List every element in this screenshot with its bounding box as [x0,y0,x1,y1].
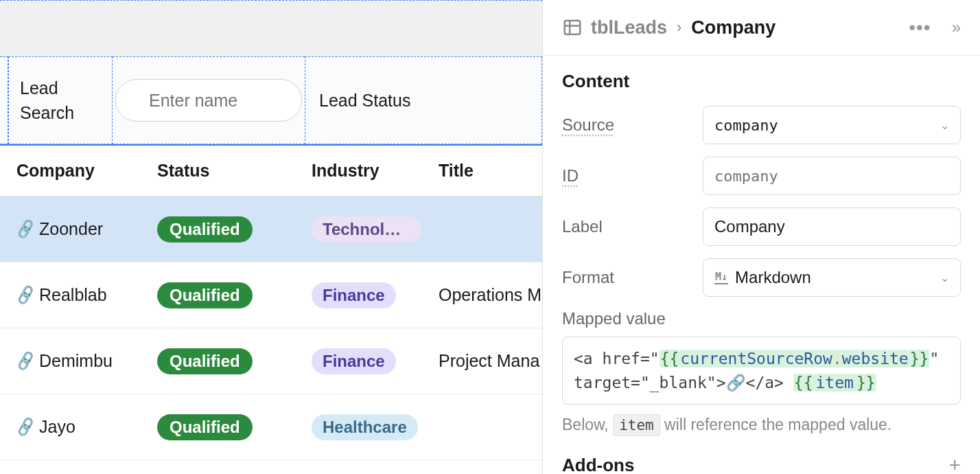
industry-badge: Finance [312,282,396,308]
breadcrumb-table[interactable]: tblLeads [591,17,667,38]
add-addon-button[interactable]: + [948,453,961,474]
lead-search-label-cell[interactable]: Lead Search [8,56,113,144]
industry-cell: Finance [312,282,439,308]
status-badge: Qualified [157,414,253,440]
link-icon: 🔗 [16,351,37,371]
lead-status-label: Lead Status [319,91,410,111]
collapse-panel-button[interactable]: » [952,18,961,37]
status-badge: Qualified [157,348,253,374]
company-name: Jayo [39,417,75,437]
markdown-icon: M↓ [714,271,728,284]
chevron-down-icon: ⌄ [940,119,949,132]
industry-badge: Technolo… [312,216,421,242]
company-name: Demimbu [39,351,113,371]
table-row[interactable]: 🔗DemimbuQualifiedFinanceProject Mana [0,328,542,394]
industry-cell: Finance [312,348,439,374]
company-cell[interactable]: 🔗Realblab [16,285,157,305]
status-cell: Qualified [157,282,312,308]
mapped-value-editor[interactable]: <a href="{{currentSourceRow.website}}" t… [562,337,961,405]
status-cell: Qualified [157,348,312,374]
table-icon [562,17,583,38]
panel-body: Content Source company ⌄ ID Label Forma [543,56,980,474]
col-header-title[interactable]: Title [439,161,542,181]
link-icon: 🔗 [16,285,37,305]
more-options-button[interactable]: ••• [909,16,931,38]
table-row[interactable]: 🔗JayoQualifiedHealthcare [0,394,542,460]
search-input-cell: 🔍 [113,56,305,144]
panel-header: tblLeads › Company ••• » [543,0,980,56]
source-label: Source [562,115,614,134]
industry-badge: Healthcare [312,414,418,440]
format-row: Format M↓Markdown ⌄ [562,258,961,297]
hint-item-code: item [613,414,660,436]
col-header-industry[interactable]: Industry [312,161,439,181]
status-cell: Qualified [157,414,312,440]
company-cell[interactable]: 🔗Zoonder [16,219,157,239]
status-badge: Qualified [157,216,253,242]
col-header-company[interactable]: Company [16,161,157,181]
label-label: Label [562,217,603,236]
company-name: Realblab [39,285,107,305]
label-input[interactable] [703,207,961,246]
link-icon: 🔗 [16,219,37,239]
id-label: ID [562,166,579,185]
id-input[interactable] [703,157,961,195]
content-section-title: Content [562,71,961,92]
industry-cell: Healthcare [312,414,439,440]
industry-badge: Finance [312,348,396,374]
format-label: Format [562,268,614,286]
addons-row: Add-ons + [562,453,961,474]
mapped-value-label: Mapped value [562,309,961,328]
format-select[interactable]: M↓Markdown ⌄ [703,258,961,297]
source-value: company [714,117,778,134]
company-cell[interactable]: 🔗Demimbu [16,351,157,371]
lead-search-label: Lead Search [20,76,101,126]
id-row: ID [562,157,961,195]
company-name: Zoonder [39,219,103,239]
table-row[interactable]: 🔗ZoonderQualifiedTechnolo… [0,196,542,262]
title-cell: Operations M [439,285,542,305]
col-header-status[interactable]: Status [157,161,312,181]
lead-status-label-cell[interactable]: Lead Status [305,56,542,144]
company-cell[interactable]: 🔗Jayo [16,417,157,437]
industry-cell: Technolo… [312,216,439,242]
format-value: Markdown [735,268,811,287]
filter-area: Lead Search 🔍 Lead Status [0,56,542,146]
svg-rect-0 [565,21,581,34]
breadcrumb-separator-icon: › [677,19,681,36]
inspector-panel: tblLeads › Company ••• » Content Source … [542,0,980,474]
table-body: 🔗ZoonderQualifiedTechnolo…🔗RealblabQuali… [0,196,542,460]
search-input[interactable] [115,79,302,122]
table-row[interactable]: 🔗RealblabQualifiedFinanceOperations M [0,262,542,328]
status-badge: Qualified [157,282,253,308]
addons-section-title: Add-ons [562,455,634,475]
top-bar-region [0,0,542,56]
chevron-down-icon: ⌄ [940,271,949,284]
table-header-row: Company Status Industry Title [0,146,542,196]
source-row: Source company ⌄ [562,106,961,144]
breadcrumb-field: Company [691,17,775,38]
label-row: Label [562,207,961,246]
dashed-region-left [0,56,8,144]
main-canvas: Lead Search 🔍 Lead Status Company Status… [0,0,542,474]
status-cell: Qualified [157,216,312,242]
source-select[interactable]: company ⌄ [703,106,961,144]
mapped-value-hint: Below, item will reference the mapped va… [562,416,961,434]
link-icon: 🔗 [16,417,37,437]
title-cell: Project Mana [439,351,542,371]
